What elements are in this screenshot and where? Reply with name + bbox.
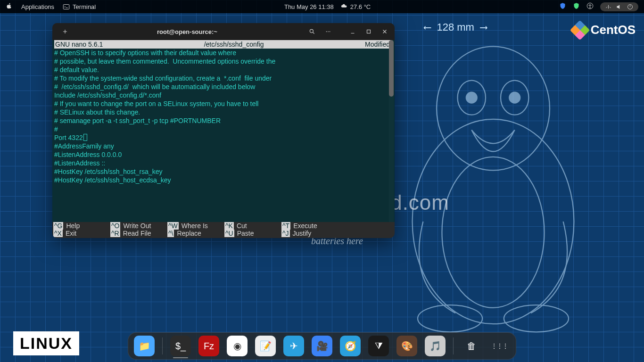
nano-shortcut: ^KCut [223,222,281,230]
system-status[interactable] [600,2,638,11]
dock-app-filezilla[interactable]: Fz [198,336,219,356]
nano-line: # If you want to change the port on a SE… [54,99,391,108]
svg-point-9 [413,119,574,324]
centos-label: CentOS [591,23,636,37]
shortcut-key: ^J [281,230,290,237]
nano-line: # OpenSSH is to specify options with the… [54,49,391,57]
volume-icon [616,3,623,10]
scrollbar-thumb[interactable] [389,40,394,97]
shield-icon[interactable] [559,2,566,11]
nano-shortcut: ^GHelp [52,222,109,230]
nano-line: #ListenAddress 0.0.0.0 [54,150,391,159]
terminal-titlebar[interactable]: root@open-source:~ [52,23,395,40]
tux-blueprint [380,33,606,335]
shortcut-label: Where Is [182,222,208,230]
dock-app-apps-grid[interactable]: ⋮⋮⋮ [489,336,510,356]
nano-line: # semanage port -a -t ssh_port_t -p tcp … [54,116,391,125]
shortcut-key: ^G [53,222,63,230]
nano-header: GNU nano 5.6.1 /etc/ssh/sshd_config Modi… [54,40,391,49]
dock-app-text-editor[interactable]: 📝 [255,336,276,356]
svg-point-5 [326,31,327,32]
svg-point-6 [328,31,329,32]
svg-point-16 [418,305,482,332]
measure-label: ⟵ 128 mm ⟶ [424,21,487,34]
nano-shortcut: ^\Replace [166,230,223,237]
nano-line: #ListenAddress :: [54,159,391,167]
shortcut-key: ^T [281,222,290,230]
nano-shortcut: ^JJustify [281,230,338,237]
weather[interactable]: 27.6 °C [340,3,371,10]
dock-separator [162,337,163,354]
dock-app-chrome[interactable]: ◉ [227,336,248,356]
shortcut-label: Write Out [123,222,151,230]
network-icon [605,3,612,10]
dock-app-vscode[interactable]: ⧩ [368,336,389,356]
dock-app-safari[interactable]: 🧭 [340,336,361,356]
scrollbar[interactable] [389,40,394,222]
nano-line: # [54,125,391,133]
menu-icon[interactable] [323,26,333,37]
svg-point-15 [442,157,544,308]
shortcut-label: Justify [293,230,312,237]
nano-shortcut: ^OWrite Out [109,222,166,230]
dock-app-terminal[interactable]: $_ [170,336,191,356]
svg-point-7 [330,31,330,32]
svg-point-13 [466,92,477,103]
nano-file-label: /etc/ssh/sshd_config [103,40,365,49]
nano-status-label: Modified [365,40,390,49]
svg-rect-0 [63,4,69,9]
dock-app-music[interactable]: 🎵 [425,336,446,356]
shield2-icon[interactable] [573,2,580,11]
dock-app-zoom[interactable]: 🎥 [312,336,332,356]
nano-line: #HostKey /etc/ssh/ssh_host_ecdsa_key [54,176,391,184]
temperature-label: 27.6 °C [350,3,371,10]
terminal-body[interactable]: GNU nano 5.6.1 /etc/ssh/sshd_config Modi… [52,40,395,222]
dock: 📁$_Fz◉📝✈🎥🧭⧩🎨🎵🗑⋮⋮⋮ [128,332,516,360]
shortcut-label: Replace [177,230,201,237]
nano-line: Port 4322 [54,133,391,142]
nano-content[interactable]: # OpenSSH is to specify options with the… [54,49,391,184]
nano-line: Include /etc/ssh/sshd_config.d/*.conf [54,91,391,99]
nano-line: # To modify the system-wide sshd configu… [54,74,391,82]
svg-rect-8 [367,30,371,33]
svg-point-4 [310,29,313,33]
nano-shortcut: ^RRead File [109,230,166,237]
dock-app-files[interactable]: 📁 [134,336,155,356]
nano-line: # SELinux about this change. [54,108,391,116]
close-button[interactable] [380,26,390,37]
svg-point-14 [509,92,520,103]
dock-app-trash[interactable]: 🗑 [461,336,482,356]
nano-shortcut: ^WWhere Is [166,222,223,230]
nano-app-label: GNU nano 5.6.1 [55,40,103,49]
shortcut-label: Execute [293,222,317,230]
dock-separator [453,337,454,354]
shortcut-key: ^R [110,230,120,237]
search-icon[interactable] [307,26,317,37]
nano-line: #AddressFamily any [54,142,391,150]
nano-line: #HostKey /etc/ssh/ssh_host_rsa_key [54,167,391,176]
shortcut-label: Exit [66,230,76,237]
nano-shortcut: ^XExit [52,230,109,237]
nano-footer: ^GHelp^OWrite Out^WWhere Is^KCut^TExecut… [52,222,395,238]
accessibility-icon[interactable] [586,2,594,11]
shortcut-key: ^X [53,230,63,237]
dock-app-gimp[interactable]: 🎨 [396,336,417,356]
applications-menu[interactable]: Applications [21,3,54,10]
shortcut-key: ^U [224,230,234,237]
maximize-button[interactable] [363,26,374,37]
shortcut-key: ^W [167,222,179,230]
power-icon [627,3,634,10]
dock-app-telegram[interactable]: ✈ [283,336,304,356]
minimize-button[interactable] [347,26,358,37]
nano-shortcut: ^TExecute [281,222,338,230]
new-tab-button[interactable] [60,26,70,37]
nano-line: # default value. [54,66,391,74]
shortcut-key: ^O [110,222,120,230]
nano-line: # possible, but leave them commented. Un… [54,57,391,66]
clock[interactable]: Thu May 26 11:38 [284,3,334,10]
apple-icon[interactable] [6,2,13,11]
terminal-taskbar-item[interactable]: Terminal [63,3,96,10]
shortcut-key: ^K [224,222,234,230]
shortcut-label: Cut [237,222,247,230]
centos-logo-icon [570,20,589,40]
